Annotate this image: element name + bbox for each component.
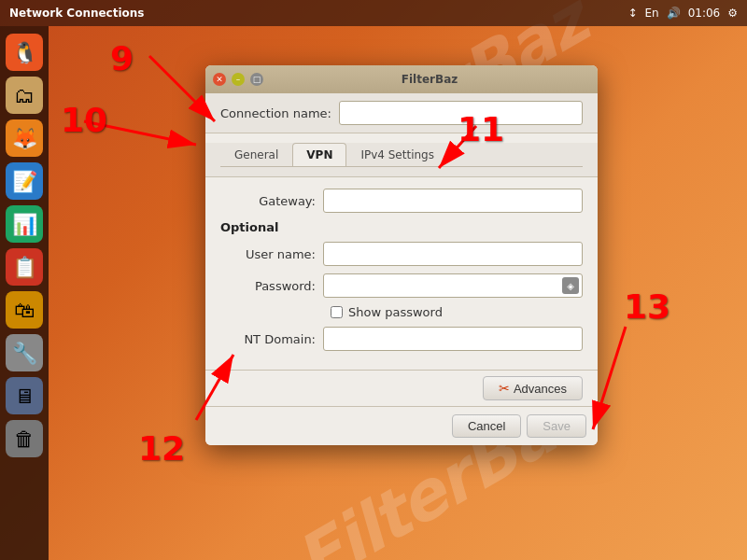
button-group: Cancel Save (452, 414, 586, 438)
topbar-right: ↕ En 🔊 01:06 ⚙ (627, 7, 738, 20)
maximize-button[interactable]: □ (250, 73, 263, 86)
svg-line-9 (593, 327, 626, 429)
dialog-title: FilterBaz (269, 73, 590, 86)
minimize-button[interactable]: – (232, 73, 245, 86)
annotation-12: 12 (138, 429, 185, 468)
advances-row: ✂ Advances (205, 370, 598, 406)
sidebar-item-bag[interactable]: 🛍 (6, 291, 43, 329)
tab-vpn[interactable]: VPN (292, 143, 346, 166)
username-input[interactable] (323, 242, 583, 266)
sidebar-item-firefox[interactable]: 🦊 (6, 119, 43, 157)
gateway-input[interactable] (323, 189, 583, 213)
sidebar: 🐧 🗂 🦊 📝 📊 📋 🛍 🔧 🖥 🗑 (0, 26, 49, 560)
connection-name-row: Connection name: (205, 93, 598, 133)
nt-domain-input[interactable] (323, 327, 583, 351)
show-password-label[interactable]: Show password (348, 305, 443, 319)
sort-icon: ↕ (627, 7, 637, 20)
password-input[interactable] (323, 273, 583, 298)
tab-ipv4[interactable]: IPv4 Settings (346, 143, 448, 166)
svg-line-3 (84, 121, 196, 145)
nt-domain-label: NT Domain: (220, 332, 323, 346)
cancel-button[interactable]: Cancel (452, 414, 521, 438)
advances-button[interactable]: ✂ Advances (483, 376, 583, 400)
password-wrap: ◈ (323, 273, 583, 298)
save-button[interactable]: Save (527, 414, 586, 438)
tab-general[interactable]: General (220, 143, 292, 166)
dialog-titlebar: ✕ – □ FilterBaz (205, 65, 598, 93)
gateway-row: Gateway: (220, 189, 583, 213)
scissors-icon: ✂ (499, 381, 510, 396)
connection-name-label: Connection name: (220, 106, 331, 120)
show-password-row: Show password (331, 305, 583, 319)
show-password-checkbox[interactable] (331, 306, 343, 318)
tabs: General VPN IPv4 Settings (220, 143, 583, 167)
annotation-13: 13 (624, 287, 670, 326)
username-row: User name: (220, 242, 583, 266)
optional-header: Optional (220, 220, 583, 234)
keyboard-layout[interactable]: En (644, 7, 658, 20)
username-label: User name: (220, 247, 323, 261)
nt-domain-row: NT Domain: (220, 327, 583, 351)
password-row: Password: ◈ (220, 273, 583, 298)
gateway-label: Gateway: (220, 194, 323, 208)
password-label: Password: (220, 279, 323, 293)
sidebar-item-trash[interactable]: 🗑 (6, 420, 43, 457)
annotation-10: 10 (61, 101, 107, 139)
sidebar-item-settings[interactable]: 🔧 (6, 334, 43, 371)
sidebar-item-ubuntu[interactable]: 🐧 (6, 34, 43, 71)
annotation-9: 9 (110, 39, 134, 77)
close-button[interactable]: ✕ (213, 73, 226, 86)
clock: 01:06 (688, 7, 721, 20)
dialog-footer: Cancel Save (205, 406, 598, 445)
advances-label: Advances (514, 382, 567, 396)
dialog-body: Gateway: Optional User name: Password: ◈ (205, 177, 598, 370)
volume-icon[interactable]: 🔊 (667, 7, 681, 20)
dialog: ✕ – □ FilterBaz Connection name: General… (205, 65, 598, 445)
topbar-title: Network Connections (9, 7, 145, 20)
sidebar-item-files[interactable]: 🗂 (6, 77, 43, 114)
connection-name-input[interactable] (339, 101, 583, 125)
password-visibility-icon[interactable]: ◈ (562, 277, 579, 294)
sidebar-item-impress[interactable]: 📋 (6, 248, 43, 286)
sidebar-item-screen[interactable]: 🖥 (6, 377, 43, 414)
topbar: Network Connections ↕ En 🔊 01:06 ⚙ (0, 0, 747, 26)
sidebar-item-calc[interactable]: 📊 (6, 205, 43, 243)
sidebar-item-writer[interactable]: 📝 (6, 162, 43, 200)
desktop: FilterBaz FilterBaz FilterBaz Network Co… (0, 0, 747, 560)
power-icon[interactable]: ⚙ (727, 7, 738, 20)
